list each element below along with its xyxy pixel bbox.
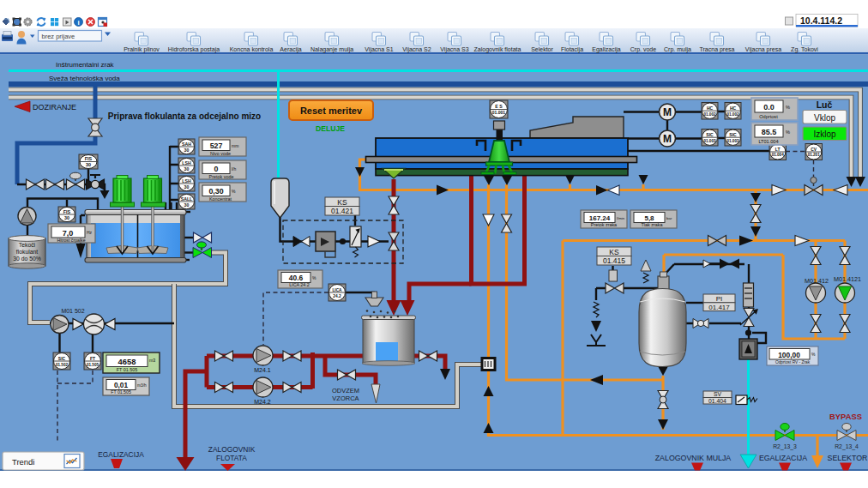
svg-text:SALL: SALL (181, 196, 193, 202)
svg-text:ZALOGOVNIK: ZALOGOVNIK (208, 445, 256, 454)
svg-text:%: % (232, 189, 236, 194)
svg-text:SAH: SAH (182, 142, 191, 147)
svg-text:l/min: l/min (617, 216, 625, 220)
svg-text:30: 30 (184, 166, 190, 172)
svg-text:SIC: SIC (729, 132, 737, 137)
svg-text:LSH: LSH (182, 178, 191, 184)
svg-text:Vijacna S3: Vijacna S3 (440, 46, 468, 53)
svg-text:Crp. mulja: Crp. mulja (664, 46, 691, 53)
svg-text:%: % (786, 130, 790, 135)
svg-text:Odprtost: Odprtost (759, 114, 778, 119)
svg-text:LT: LT (775, 147, 781, 152)
svg-text:M24.2: M24.2 (254, 399, 271, 405)
svg-text:flokulant: flokulant (16, 249, 38, 255)
svg-text:01.003: 01.003 (726, 139, 738, 143)
svg-text:Aeracija: Aeracija (280, 46, 301, 53)
svg-text:01.415: 01.415 (603, 256, 625, 265)
svg-text:0,01: 0,01 (114, 382, 128, 389)
svg-text:5,8: 5,8 (644, 214, 654, 222)
svg-text:%: % (312, 275, 316, 280)
svg-text:R2_13_3: R2_13_3 (773, 443, 797, 450)
svg-text:FT 01.505: FT 01.505 (117, 367, 137, 372)
svg-text:SV: SV (714, 391, 722, 397)
svg-text:Vklop: Vklop (814, 113, 835, 123)
svg-text:FIS: FIS (63, 209, 71, 214)
svg-text:DELUJE: DELUJE (316, 124, 345, 133)
svg-text:01.201: 01.201 (808, 153, 820, 157)
svg-text:Nalaganje mulja: Nalaganje mulja (310, 46, 353, 53)
svg-text:HC: HC (730, 105, 737, 111)
svg-text:01.404: 01.404 (708, 398, 726, 404)
svg-text:Tlak zraka: Tlak zraka (642, 222, 663, 227)
svg-text:KS: KS (337, 198, 347, 207)
svg-text:7,0: 7,0 (63, 229, 74, 238)
svg-text:01.417: 01.417 (708, 304, 730, 311)
svg-text:M: M (663, 133, 672, 145)
svg-text:Hidroforska postaja: Hidroforska postaja (168, 46, 220, 53)
svg-text:30: 30 (184, 202, 190, 208)
svg-text:CV: CV (811, 147, 817, 152)
svg-text:KS: KS (609, 248, 619, 256)
svg-text:10.4.114.2: 10.4.114.2 (800, 15, 842, 26)
svg-text:Hitrost črpalke: Hitrost črpalke (57, 238, 85, 243)
svg-text:40.6: 40.6 (289, 274, 304, 282)
svg-text:Odprtost RV - Zrak: Odprtost RV - Zrak (775, 360, 811, 364)
svg-text:E S: E S (495, 104, 503, 109)
svg-text:01.003: 01.003 (703, 139, 715, 143)
svg-text:%: % (811, 352, 816, 357)
svg-text:M: M (663, 106, 672, 118)
svg-text:R2_13_4: R2_13_4 (835, 443, 859, 450)
svg-text:LICA: LICA (332, 288, 342, 292)
svg-text:Pretok vode: Pretok vode (209, 174, 234, 179)
svg-text:M01.412: M01.412 (805, 277, 829, 285)
svg-text:Vijacna S1: Vijacna S1 (365, 46, 393, 53)
svg-text:LSH: LSH (182, 160, 191, 166)
svg-text:SIC: SIC (58, 356, 66, 361)
svg-text:Vijacna presa: Vijacna presa (745, 46, 781, 53)
svg-text:Tracna presa: Tracna presa (700, 46, 735, 53)
svg-text:M01 502: M01 502 (61, 308, 84, 314)
svg-text:l/h: l/h (232, 166, 237, 172)
svg-text:01.001: 01.001 (492, 110, 506, 115)
svg-text:i: i (77, 19, 79, 27)
svg-text:BYPASS: BYPASS (829, 412, 862, 421)
svg-text:01.002: 01.002 (703, 112, 715, 117)
svg-text:HC: HC (707, 105, 714, 111)
svg-text:Nivo vode: Nivo vode (210, 151, 231, 156)
svg-text:DOZIRANJE: DOZIRANJE (33, 103, 76, 111)
svg-text:m3/h: m3/h (137, 383, 147, 388)
svg-text:Flotacija: Flotacija (561, 46, 583, 53)
svg-text:85.5: 85.5 (762, 128, 777, 136)
svg-text:EGALIZACIJA: EGALIZACIJA (98, 450, 144, 459)
svg-text:Zalogovnik flotata: Zalogovnik flotata (474, 46, 521, 53)
svg-text:01.004: 01.004 (772, 153, 784, 157)
svg-text:SELEKTOR: SELEKTOR (828, 454, 868, 462)
svg-text:0.0: 0.0 (763, 103, 775, 111)
svg-text:30 do 50%: 30 do 50% (13, 256, 41, 262)
svg-text:Izklop: Izklop (813, 130, 836, 139)
svg-text:30: 30 (86, 162, 91, 167)
svg-text:01.502: 01.502 (56, 363, 68, 367)
svg-text:Pralnik plinov: Pralnik plinov (124, 46, 160, 53)
svg-text:Inštrumentalni zrak: Inštrumentalni zrak (56, 61, 115, 69)
svg-text:LT01.004: LT01.004 (758, 139, 778, 144)
svg-text:Tekoči: Tekoči (19, 242, 36, 248)
svg-text:Koncentrat: Koncentrat (209, 196, 232, 202)
svg-text:01.505: 01.505 (87, 363, 99, 367)
svg-text:FIS: FIS (85, 156, 93, 161)
svg-text:ZALOGOVNIK MULJA: ZALOGOVNIK MULJA (655, 454, 732, 462)
svg-text:%: % (786, 105, 790, 110)
svg-text:brez prijave: brez prijave (42, 33, 75, 40)
svg-text:VZORCA: VZORCA (332, 395, 359, 402)
svg-text:Vijacna S2: Vijacna S2 (402, 46, 431, 53)
svg-text:167.24: 167.24 (589, 214, 611, 222)
svg-text:Luč: Luč (817, 99, 833, 110)
svg-text:Trendi: Trendi (12, 457, 34, 467)
svg-text:mm: mm (232, 143, 238, 148)
svg-text:Zg. Tokovi: Zg. Tokovi (791, 46, 818, 53)
svg-text:Selektor: Selektor (531, 46, 553, 52)
svg-text:Sveža tehnološka voda: Sveža tehnološka voda (49, 75, 120, 82)
svg-text:FT: FT (90, 356, 95, 361)
svg-text:Priprava flokulanta za odcejal: Priprava flokulanta za odcejalno mizo (108, 111, 261, 121)
svg-text:LICA 24.2: LICA 24.2 (289, 282, 310, 287)
